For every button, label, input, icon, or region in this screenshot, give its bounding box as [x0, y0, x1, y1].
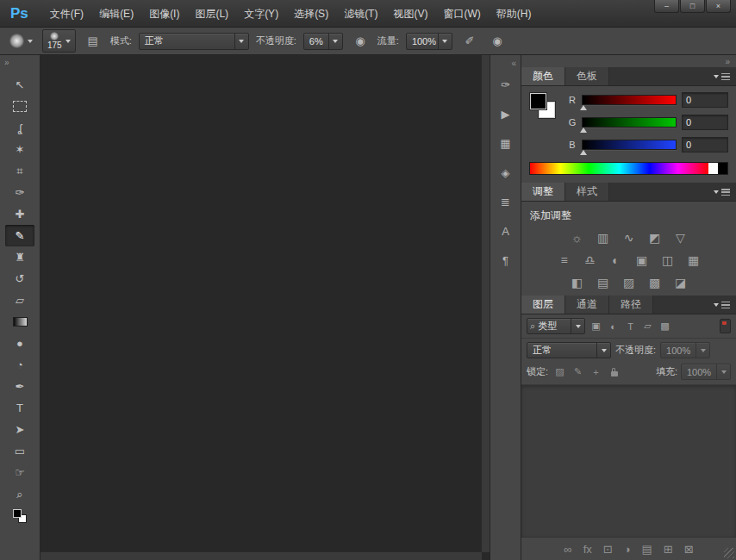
- resize-grip[interactable]: [724, 548, 734, 558]
- close-button[interactable]: ×: [706, 0, 731, 13]
- blend-mode-select[interactable]: 正常: [139, 33, 249, 50]
- invert-adjustment-icon[interactable]: ◧: [569, 276, 586, 290]
- color-balance-adjustment-icon[interactable]: ♎: [582, 253, 599, 268]
- filter-smart-object-icon[interactable]: ▩: [657, 319, 673, 333]
- filter-shape-layers-icon[interactable]: ▱: [639, 319, 656, 333]
- foreground-color-swatch[interactable]: [530, 93, 546, 109]
- curves-adjustment-icon[interactable]: ∿: [621, 231, 638, 246]
- color-lookup-adjustment-icon[interactable]: ▦: [685, 253, 702, 268]
- maximize-button[interactable]: □: [680, 0, 705, 13]
- vertical-scrollbar[interactable]: [481, 55, 490, 552]
- filter-pixel-layers-icon[interactable]: ▣: [588, 319, 604, 333]
- hand-tool[interactable]: ☞: [5, 462, 34, 483]
- lock-position-button[interactable]: +: [588, 364, 604, 379]
- menu-item[interactable]: 文字(Y): [236, 0, 286, 28]
- color-slider-track[interactable]: [582, 140, 677, 150]
- dodge-tool[interactable]: ◔: [5, 354, 34, 376]
- photo-filter-adjustment-icon[interactable]: ▣: [633, 253, 651, 268]
- quick-selection-tool[interactable]: ✶: [5, 139, 34, 160]
- selective-color-adjustment-icon[interactable]: ◪: [672, 276, 689, 290]
- pressure-opacity-button[interactable]: ◉: [350, 31, 371, 52]
- panel-tab[interactable]: 调整: [521, 183, 565, 201]
- history-brush-tool[interactable]: ↺: [5, 268, 34, 289]
- color-slider-track[interactable]: [582, 117, 677, 128]
- channel-value-input[interactable]: 0: [682, 92, 728, 108]
- crop-tool[interactable]: ⌗: [5, 160, 34, 182]
- collapse-toolbar-button[interactable]: »: [0, 55, 13, 74]
- menu-item[interactable]: 图像(I): [141, 0, 187, 28]
- layer-opacity-select[interactable]: 100%: [660, 342, 710, 358]
- brightness-contrast-adjustment-icon[interactable]: ☼: [569, 231, 586, 246]
- color-spectrum-ramp[interactable]: [529, 162, 728, 175]
- levels-adjustment-icon[interactable]: ▥: [595, 231, 612, 246]
- panel-tab[interactable]: 颜色: [521, 67, 565, 85]
- spectrum-gradient[interactable]: [530, 163, 708, 174]
- zoom-tool[interactable]: ⌕: [5, 483, 34, 505]
- slider-thumb-icon[interactable]: [580, 150, 587, 155]
- pen-tool[interactable]: ✒: [5, 376, 34, 397]
- panel-tab[interactable]: 色板: [565, 67, 609, 85]
- tool-preset-picker[interactable]: [7, 32, 35, 50]
- spot-healing-brush-tool[interactable]: ✚: [5, 203, 34, 225]
- foreground-background-swatches[interactable]: [529, 92, 560, 127]
- horizontal-type-tool[interactable]: T: [5, 397, 34, 419]
- paragraph-panel-icon[interactable]: ¶: [495, 249, 517, 271]
- white-swatch[interactable]: [708, 163, 718, 174]
- rectangle-tool[interactable]: ▭: [5, 440, 34, 462]
- canvas[interactable]: [41, 55, 490, 560]
- add-layer-mask-icon[interactable]: ⊡: [603, 543, 613, 556]
- brush-tool[interactable]: ✎: [5, 225, 34, 246]
- filter-adjustment-layers-icon[interactable]: ◐: [605, 319, 621, 333]
- exposure-adjustment-icon[interactable]: ◩: [646, 231, 664, 246]
- panel-tab[interactable]: 样式: [565, 183, 609, 201]
- horizontal-scrollbar[interactable]: [41, 551, 482, 560]
- eyedropper-tool[interactable]: ✑: [5, 182, 34, 203]
- menu-item[interactable]: 滤镜(T): [336, 0, 385, 28]
- threshold-adjustment-icon[interactable]: ▨: [621, 276, 638, 290]
- menu-item[interactable]: 窗口(W): [435, 0, 488, 28]
- lock-image-pixels-button[interactable]: ✎: [570, 364, 586, 379]
- channel-value-input[interactable]: 0: [682, 137, 728, 152]
- clone-source-panel-icon[interactable]: ≣: [495, 190, 517, 213]
- layer-fill-select[interactable]: 100%: [681, 364, 731, 380]
- gradient-tool[interactable]: [5, 311, 34, 333]
- layer-style-icon[interactable]: fx: [583, 543, 592, 556]
- layer-filter-toggle[interactable]: [720, 319, 731, 333]
- lock-transparent-pixels-button[interactable]: ▨: [552, 364, 568, 379]
- lasso-tool[interactable]: ʆ: [5, 117, 34, 139]
- layer-filter-select[interactable]: ⌕ 类型: [527, 318, 585, 334]
- hue-saturation-adjustment-icon[interactable]: ≡: [556, 253, 573, 268]
- delete-layer-icon[interactable]: ⊠: [684, 543, 694, 556]
- blur-tool[interactable]: ●: [5, 333, 34, 354]
- gradient-map-adjustment-icon[interactable]: ▩: [646, 276, 664, 290]
- new-layer-icon[interactable]: ⊞: [664, 543, 673, 556]
- rectangular-marquee-tool[interactable]: [5, 96, 34, 117]
- brush-panel-icon[interactable]: ✑: [495, 73, 517, 96]
- color-slider-track[interactable]: [582, 95, 677, 105]
- opacity-select[interactable]: 6%: [303, 33, 343, 50]
- eraser-tool[interactable]: ▱: [5, 289, 34, 311]
- expand-panels-button[interactable]: «: [506, 55, 521, 73]
- panel-tab[interactable]: 通道: [565, 296, 609, 314]
- channel-mixer-adjustment-icon[interactable]: ◫: [659, 253, 677, 268]
- minimize-button[interactable]: –: [654, 0, 679, 13]
- panel-menu-icon[interactable]: [714, 67, 736, 85]
- menu-item[interactable]: 选择(S): [286, 0, 336, 28]
- path-selection-tool[interactable]: ➤: [5, 419, 34, 440]
- panel-menu-icon[interactable]: [714, 296, 736, 314]
- panel-menu-icon[interactable]: [714, 183, 736, 201]
- panel-tab[interactable]: 图层: [521, 296, 565, 314]
- menu-item[interactable]: 视图(V): [385, 0, 435, 28]
- clone-stamp-tool[interactable]: ♜: [5, 246, 34, 268]
- posterize-adjustment-icon[interactable]: ▤: [595, 276, 612, 290]
- menu-item[interactable]: 图层(L): [187, 0, 236, 28]
- black-white-adjustment-icon[interactable]: ◐: [608, 253, 625, 268]
- layer-blend-mode-select[interactable]: 正常: [527, 342, 611, 358]
- panel-tab[interactable]: 路径: [609, 296, 653, 314]
- filter-type-layers-icon[interactable]: T: [622, 319, 639, 333]
- black-swatch[interactable]: [718, 163, 727, 174]
- move-tool[interactable]: ↖: [5, 74, 34, 96]
- menu-item[interactable]: 帮助(H): [489, 0, 540, 28]
- airbrush-button[interactable]: ✐: [459, 31, 480, 52]
- vibrance-adjustment-icon[interactable]: ▽: [672, 231, 689, 246]
